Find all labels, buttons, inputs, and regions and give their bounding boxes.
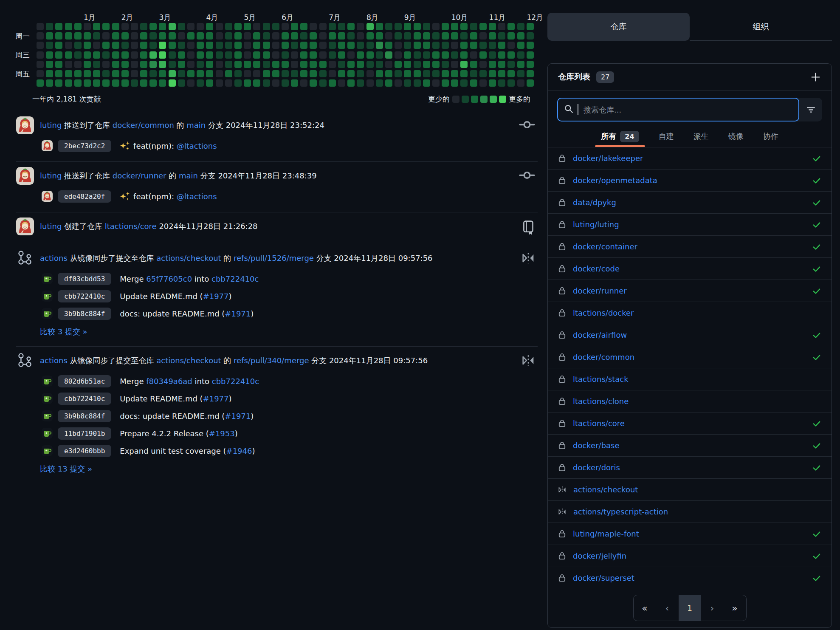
repo-list-item[interactable]: luting/maple-font — [548, 523, 832, 545]
committer-avatar[interactable] — [42, 428, 53, 439]
prev-page[interactable]: ‹ — [656, 595, 679, 621]
repo-list-item[interactable]: docker/container — [548, 236, 832, 258]
repo-list-item[interactable]: docker/common — [548, 346, 832, 368]
repo-list-item[interactable]: docker/lakekeeper — [548, 147, 832, 170]
repo-link[interactable]: docker/airflow — [573, 331, 627, 339]
repo-link[interactable]: docker/common — [573, 353, 634, 362]
repo-list-item[interactable]: data/dpykg — [548, 192, 832, 214]
commit-hash-link[interactable]: ede482a20f — [58, 190, 111, 203]
next-page[interactable]: › — [701, 595, 724, 621]
repo-list-item[interactable]: docker/base — [548, 435, 832, 457]
text-segment[interactable]: refs/pull/340/merge — [234, 356, 309, 365]
committer-avatar[interactable] — [42, 308, 53, 319]
filter-tab-协作[interactable]: 协作 — [763, 126, 778, 147]
text-segment[interactable]: luting — [40, 171, 62, 180]
text-segment[interactable]: #1946 — [226, 446, 252, 455]
committer-avatar[interactable] — [42, 393, 53, 404]
repo-list-item[interactable]: ltactions/docker — [548, 302, 832, 324]
commit-hash-link[interactable]: 3b9b8c884f — [58, 410, 111, 422]
repo-link[interactable]: ltactions/stack — [573, 375, 629, 384]
text-segment[interactable]: luting — [40, 121, 62, 130]
text-segment[interactable]: ltactions/core — [105, 222, 157, 231]
repo-link[interactable]: docker/base — [573, 441, 620, 450]
committer-avatar[interactable] — [42, 410, 53, 421]
text-segment[interactable]: #1953 — [209, 429, 235, 438]
text-segment[interactable]: docker/common — [113, 121, 174, 130]
commit-hash-link[interactable]: 3b9b8c884f — [58, 308, 111, 320]
text-segment[interactable]: #1971 — [225, 309, 251, 318]
user-avatar[interactable] — [16, 116, 34, 134]
filter-button[interactable] — [799, 98, 822, 121]
text-segment[interactable]: #1971 — [225, 412, 251, 421]
user-avatar[interactable] — [16, 352, 34, 370]
user-avatar[interactable] — [16, 218, 34, 235]
committer-avatar[interactable] — [42, 291, 53, 302]
text-segment[interactable]: f80349a6ad — [146, 377, 192, 386]
repo-link[interactable]: docker/container — [573, 242, 637, 251]
repo-link[interactable]: docker/doris — [573, 463, 620, 472]
text-segment[interactable]: #1977 — [203, 394, 229, 403]
filter-tab-派生[interactable]: 派生 — [693, 126, 709, 147]
text-segment[interactable]: 65f77605c0 — [146, 274, 192, 283]
commit-hash-link[interactable]: 2bec73d2c2 — [58, 140, 111, 152]
text-segment[interactable]: actions/checkout — [156, 356, 221, 365]
text-segment[interactable]: actions — [40, 254, 68, 263]
repo-link[interactable]: actions/checkout — [573, 485, 638, 494]
repo-list-item[interactable]: actions/checkout — [548, 479, 832, 501]
repo-link[interactable]: docker/superset — [573, 573, 634, 582]
repo-list-item[interactable]: ltactions/core — [548, 412, 832, 435]
committer-avatar[interactable] — [42, 140, 53, 151]
compare-commits-link[interactable]: 比较 13 提交 » — [40, 464, 538, 474]
filter-tab-镜像[interactable]: 镜像 — [728, 126, 744, 147]
repo-list-item[interactable]: docker/doris — [548, 457, 832, 479]
committer-avatar[interactable] — [42, 376, 53, 387]
repo-list-item[interactable]: docker/superset — [548, 567, 832, 589]
repo-list-item[interactable]: docker/jellyfin — [548, 545, 832, 567]
text-segment[interactable]: main — [186, 121, 206, 130]
commit-hash-link[interactable]: cbb722410c — [58, 290, 111, 302]
repo-link[interactable]: docker/code — [573, 264, 620, 273]
repo-list-item[interactable]: ltactions/clone — [548, 390, 832, 412]
text-segment[interactable]: refs/pull/1526/merge — [234, 254, 314, 263]
text-segment[interactable]: docker/runner — [113, 171, 166, 180]
text-segment[interactable]: main — [179, 171, 198, 180]
repo-list-item[interactable]: docker/runner — [548, 280, 832, 302]
commit-hash-link[interactable]: cbb722410c — [58, 393, 111, 405]
repo-link[interactable]: luting/maple-font — [573, 529, 639, 538]
filter-tab-所有[interactable]: 所有24 — [601, 126, 639, 147]
committer-avatar[interactable] — [42, 191, 53, 202]
repo-link[interactable]: ltactions/core — [573, 419, 625, 428]
commit-hash-link[interactable]: e3d2460bbb — [58, 445, 111, 457]
filter-tab-自建[interactable]: 自建 — [659, 126, 674, 147]
text-segment[interactable]: actions/checkout — [156, 254, 221, 263]
repo-link[interactable]: ltactions/clone — [573, 397, 629, 406]
repo-link[interactable]: docker/runner — [573, 286, 627, 295]
repo-list-item[interactable]: docker/code — [548, 258, 832, 280]
committer-avatar[interactable] — [42, 273, 53, 284]
compare-commits-link[interactable]: 比较 3 提交 » — [40, 327, 538, 337]
text-segment[interactable]: @ltactions — [177, 141, 217, 150]
repo-link[interactable]: actions/typescript-action — [573, 507, 668, 516]
repo-list-item[interactable]: actions/typescript-action — [548, 501, 832, 523]
commit-hash-link[interactable]: 11bd71901b — [58, 427, 111, 440]
repo-link[interactable]: docker/lakekeeper — [573, 154, 643, 163]
text-segment[interactable]: luting — [40, 222, 62, 231]
repo-link[interactable]: docker/openmetadata — [573, 176, 657, 185]
repo-link[interactable]: data/dpykg — [573, 198, 616, 207]
repo-link[interactable]: ltactions/docker — [573, 308, 634, 317]
text-segment[interactable]: #1977 — [203, 292, 229, 301]
first-page[interactable]: « — [634, 595, 656, 621]
repo-link[interactable]: docker/jellyfin — [573, 551, 626, 560]
last-page[interactable]: » — [724, 595, 746, 621]
commit-hash-link[interactable]: 802d6b51ac — [58, 375, 111, 387]
text-segment[interactable]: actions — [40, 356, 68, 365]
repo-list-item[interactable]: docker/airflow — [548, 324, 832, 346]
committer-avatar[interactable] — [42, 445, 53, 456]
text-segment[interactable]: cbb722410c — [211, 274, 259, 283]
sidebar-tab-repos[interactable]: 仓库 — [547, 13, 690, 41]
user-avatar[interactable] — [16, 249, 34, 267]
user-avatar[interactable] — [16, 167, 34, 185]
search-input[interactable] — [583, 105, 792, 115]
sidebar-tab-orgs[interactable]: 组织 — [690, 13, 832, 41]
repo-link[interactable]: luting/luting — [573, 220, 619, 229]
